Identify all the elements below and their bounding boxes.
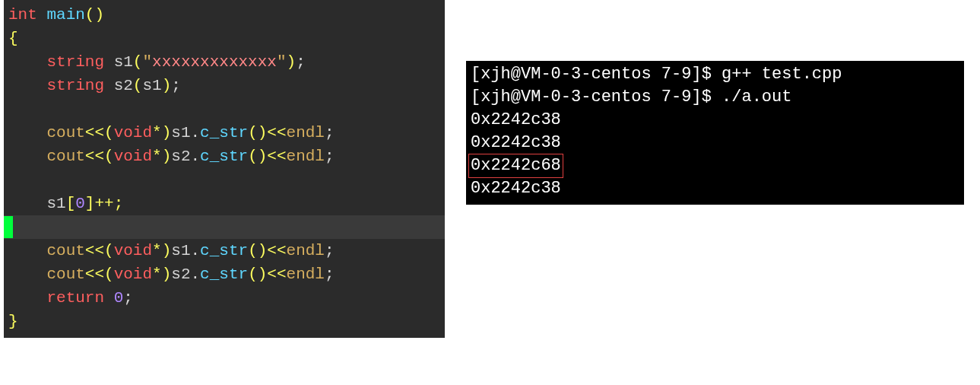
terminal-command-run: [xjh@VM-0-3-centos 7-9]$ ./a.out bbox=[471, 86, 959, 109]
method-c-str: c_str bbox=[200, 239, 248, 262]
cout: cout bbox=[46, 145, 84, 168]
string-literal: xxxxxxxxxxxxx bbox=[152, 50, 277, 74]
code-line[interactable]: return 0; bbox=[4, 286, 445, 310]
keyword-void: void bbox=[114, 121, 152, 145]
terminal-output: 0x2242c38 bbox=[471, 132, 959, 154]
type-string: string bbox=[46, 50, 104, 74]
code-line[interactable]: string s1("xxxxxxxxxxxxx"); bbox=[4, 50, 445, 74]
code-line[interactable]: string s2(s1); bbox=[4, 74, 445, 97]
endl: endl bbox=[287, 262, 325, 286]
code-line[interactable]: cout<<(void*)s2.c_str()<<endl; bbox=[4, 145, 445, 168]
terminal-output: 0x2242c38 bbox=[471, 177, 959, 200]
close-brace: } bbox=[8, 310, 18, 333]
terminal-output: 0x2242c38 bbox=[471, 109, 959, 132]
method-c-str: c_str bbox=[200, 262, 248, 286]
code-line-blank[interactable] bbox=[4, 97, 445, 121]
parens: () bbox=[85, 3, 104, 27]
endl: endl bbox=[287, 121, 325, 145]
caret-icon bbox=[4, 216, 13, 238]
number-zero: 0 bbox=[114, 286, 124, 310]
type-string: string bbox=[46, 74, 104, 97]
number-zero: 0 bbox=[75, 192, 85, 215]
keyword-void: void bbox=[114, 239, 152, 262]
code-line[interactable]: s1[0]++; bbox=[4, 192, 445, 215]
code-editor-pane: int main() { string s1("xxxxxxxxxxxxx");… bbox=[4, 0, 445, 338]
code-line[interactable]: } bbox=[4, 310, 445, 333]
highlight-box: 0x2242c68 bbox=[468, 154, 563, 178]
method-c-str: c_str bbox=[200, 145, 248, 168]
endl: endl bbox=[287, 239, 325, 262]
keyword-return: return bbox=[46, 286, 104, 310]
function-main: main bbox=[46, 3, 84, 27]
code-line[interactable]: int main() bbox=[4, 3, 445, 27]
cout: cout bbox=[46, 262, 84, 286]
cout: cout bbox=[46, 121, 84, 145]
code-line-cursor[interactable] bbox=[4, 215, 445, 239]
code-line[interactable]: { bbox=[4, 27, 445, 50]
code-line-blank[interactable] bbox=[4, 168, 445, 192]
code-line[interactable]: cout<<(void*)s1.c_str()<<endl; bbox=[4, 239, 445, 262]
keyword-void: void bbox=[114, 145, 152, 168]
method-c-str: c_str bbox=[200, 121, 248, 145]
keyword-void: void bbox=[114, 262, 152, 286]
terminal-output-highlighted: 0x2242c68 bbox=[471, 154, 959, 177]
endl: endl bbox=[287, 145, 325, 168]
terminal-command-compile: [xjh@VM-0-3-centos 7-9]$ g++ test.cpp bbox=[471, 63, 959, 86]
code-line[interactable]: cout<<(void*)s1.c_str()<<endl; bbox=[4, 121, 445, 145]
keyword-int: int bbox=[8, 3, 37, 27]
open-brace: { bbox=[8, 27, 18, 50]
code-line[interactable]: cout<<(void*)s2.c_str()<<endl; bbox=[4, 262, 445, 286]
terminal-pane[interactable]: [xjh@VM-0-3-centos 7-9]$ g++ test.cpp [x… bbox=[466, 61, 964, 205]
cout: cout bbox=[46, 239, 84, 262]
